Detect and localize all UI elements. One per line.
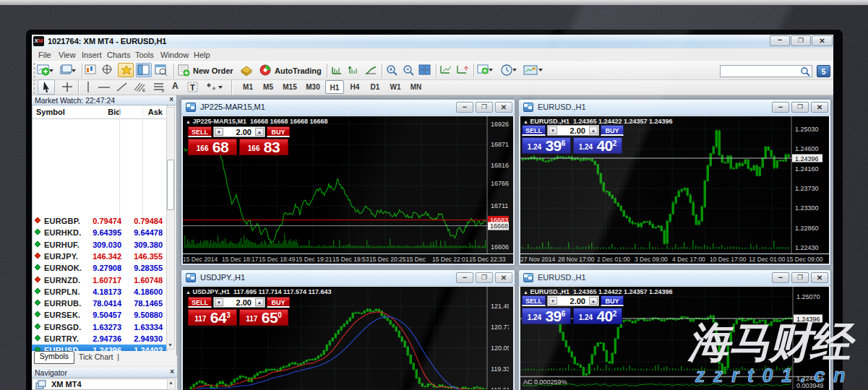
svg-text:1.24396: 1.24396 <box>795 155 819 162</box>
svg-text:16668: 16668 <box>490 222 508 230</box>
svg-text:1.23300: 1.23300 <box>795 204 819 212</box>
svg-text:16711: 16711 <box>491 202 508 209</box>
svg-text:1.22430: 1.22430 <box>795 244 819 251</box>
svg-text:119.330: 119.330 <box>491 365 509 373</box>
svg-text:16816: 16816 <box>491 162 509 169</box>
svg-text:AC 0.000259%: AC 0.000259% <box>523 378 567 386</box>
svg-text:1.24600: 1.24600 <box>795 145 819 152</box>
svg-text:1.22860: 1.22860 <box>795 225 819 232</box>
svg-text:118.610: 118.610 <box>491 386 509 390</box>
svg-text:120.770: 120.770 <box>491 324 509 331</box>
svg-text:1.24160: 1.24160 <box>795 165 819 173</box>
svg-text:E: E <box>142 88 145 92</box>
svg-text:16606: 16606 <box>491 243 509 251</box>
svg-text:1.23730: 1.23730 <box>795 185 819 192</box>
svg-text:120.050: 120.050 <box>491 344 509 352</box>
svg-text:F: F <box>162 89 165 93</box>
svg-text:T: T <box>190 83 195 92</box>
svg-text:16871: 16871 <box>491 141 509 148</box>
svg-text:121.490: 121.490 <box>491 303 509 310</box>
svg-text:16766: 16766 <box>491 180 509 187</box>
svg-text:16926: 16926 <box>491 121 509 128</box>
svg-text:1.25030: 1.25030 <box>795 126 819 133</box>
